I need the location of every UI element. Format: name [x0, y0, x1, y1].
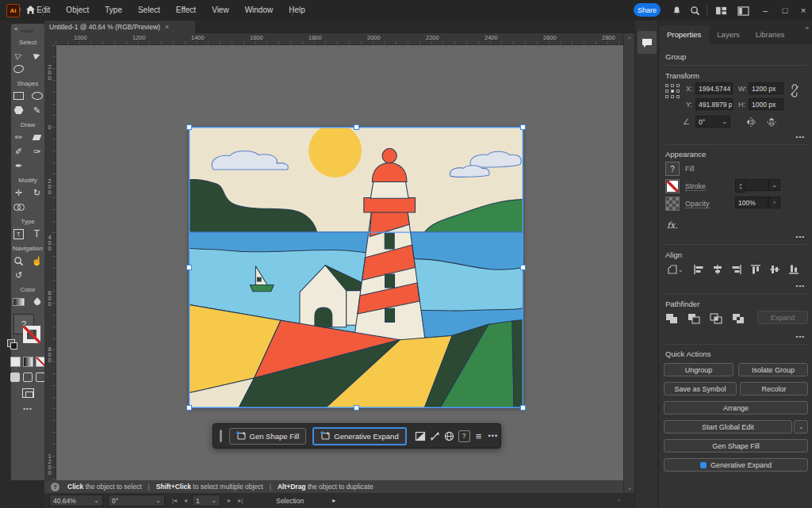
menu-window[interactable]: Window: [237, 0, 282, 21]
workspace-switcher-icon[interactable]: [714, 5, 727, 17]
gen-shape-fill-button[interactable]: Gen Shape Fill: [229, 428, 307, 445]
stroke-weight-input[interactable]: [745, 179, 768, 191]
stroke-color-swatch[interactable]: [665, 179, 680, 193]
stroke-swatch[interactable]: [23, 326, 40, 343]
h-input[interactable]: 1000 px: [749, 98, 783, 110]
selection-handle-ne[interactable]: [520, 124, 526, 130]
draw-normal-icon[interactable]: [10, 372, 20, 382]
fill-stroke-indicator[interactable]: ?: [13, 314, 43, 352]
taskbar-menu-icon[interactable]: ≡: [471, 429, 485, 444]
menu-object[interactable]: Object: [58, 0, 97, 21]
align-more-options[interactable]: •••: [796, 282, 805, 289]
gradient-swatch[interactable]: [23, 357, 33, 367]
stroke-weight-dropdown[interactable]: ⌄: [768, 179, 780, 191]
menu-effect[interactable]: Effect: [168, 0, 204, 21]
link-dimensions-icon[interactable]: [788, 84, 801, 97]
tab-libraries[interactable]: Libraries: [748, 25, 792, 44]
tab-properties[interactable]: Properties: [659, 25, 709, 44]
selection-handle-s[interactable]: [354, 405, 359, 411]
selection-handle-se[interactable]: [520, 405, 526, 411]
tools-drag-handle[interactable]: [21, 30, 33, 32]
align-horizontal-center-icon[interactable]: [711, 263, 724, 276]
menu-select[interactable]: Select: [130, 0, 168, 21]
effects-fx-button[interactable]: fx.: [667, 220, 678, 231]
flip-horizontal-icon[interactable]: [745, 116, 757, 128]
arrange-button[interactable]: Arrange: [664, 401, 808, 414]
eyedropper-tool-icon[interactable]: [31, 296, 43, 308]
pathfinder-exclude-icon[interactable]: [732, 312, 745, 325]
last-artboard-icon[interactable]: ▸|: [238, 497, 243, 504]
blob-brush-tool-icon[interactable]: ✑: [31, 146, 43, 158]
rotate-view-tool-icon[interactable]: ↺: [13, 269, 25, 281]
selection-handle-n[interactable]: [354, 124, 359, 130]
align-bottom-icon[interactable]: [787, 263, 800, 276]
color-swatch[interactable]: [10, 357, 21, 367]
free-transform-tool-icon[interactable]: ✛: [13, 187, 25, 199]
save-as-symbol-button[interactable]: Save as Symbol: [664, 382, 737, 395]
menu-view[interactable]: View: [204, 0, 237, 21]
lasso-tool-icon[interactable]: [13, 63, 25, 75]
hint-help-icon[interactable]: ?: [51, 483, 59, 491]
transform-icon[interactable]: [427, 429, 442, 444]
opacity-dropdown[interactable]: ›: [768, 197, 780, 208]
gradient-tool-icon[interactable]: [13, 296, 25, 308]
stroke-label[interactable]: Stroke: [685, 182, 706, 191]
touch-type-tool-icon[interactable]: T: [13, 228, 25, 240]
generative-expand-quick-button[interactable]: Generative Expand: [664, 458, 808, 472]
close-tab-icon[interactable]: ×: [165, 23, 169, 31]
flip-vertical-icon[interactable]: [765, 116, 778, 128]
isolate-group-button[interactable]: Isolate Group: [738, 363, 808, 376]
maximize-button[interactable]: □: [777, 3, 793, 17]
scroll-down-icon[interactable]: ⌄: [624, 484, 635, 491]
opacity-input[interactable]: 100%: [735, 197, 768, 208]
comments-button[interactable]: [638, 31, 657, 54]
hand-tool-icon[interactable]: ☝: [31, 255, 43, 267]
generative-expand-button[interactable]: Generative Expand: [312, 427, 406, 445]
draw-behind-icon[interactable]: [23, 372, 33, 382]
y-input[interactable]: 491.8979 p: [695, 98, 733, 110]
scroll-up-icon[interactable]: ^: [624, 35, 635, 42]
align-right-icon[interactable]: [730, 263, 743, 276]
type-tool-icon[interactable]: T: [31, 228, 43, 240]
vertical-ruler[interactable]: 200 0 200 400 600 800 1200: [44, 44, 56, 491]
shaper-tool-icon[interactable]: ✎: [31, 105, 43, 116]
share-button[interactable]: Share: [634, 3, 661, 17]
panel-layout-icon[interactable]: [737, 5, 749, 17]
zoom-tool-icon[interactable]: [13, 255, 25, 267]
selection-handle-sw[interactable]: [186, 405, 192, 411]
eraser-tool-icon[interactable]: [31, 132, 43, 143]
menu-type[interactable]: Type: [97, 0, 130, 21]
ellipse-tool-icon[interactable]: [31, 90, 43, 102]
rotate-tool-icon[interactable]: ↻: [31, 187, 43, 199]
selection-handle-e[interactable]: [520, 265, 526, 270]
ruler-origin-corner[interactable]: [44, 33, 56, 45]
search-icon[interactable]: [688, 5, 701, 17]
home-icon[interactable]: [25, 4, 37, 17]
opacity-icon[interactable]: [665, 197, 680, 211]
recolor-button[interactable]: Recolor: [740, 382, 808, 395]
artboard[interactable]: [189, 127, 523, 408]
menu-help[interactable]: Help: [281, 0, 313, 21]
transform-more-options[interactable]: •••: [796, 133, 805, 140]
rectangle-tool-icon[interactable]: [13, 90, 25, 102]
align-vertical-center-icon[interactable]: [768, 263, 781, 276]
collapse-panel-icon[interactable]: »: [806, 25, 809, 32]
mask-object-icon[interactable]: [413, 429, 427, 444]
fill-color-swatch[interactable]: ?: [665, 162, 680, 176]
align-left-icon[interactable]: [692, 263, 705, 276]
start-global-edit-dropdown[interactable]: ⌄: [794, 420, 808, 434]
close-window-button[interactable]: ×: [795, 3, 811, 17]
pathfinder-intersect-icon[interactable]: [710, 312, 722, 325]
artboard-tool-icon[interactable]: [22, 388, 34, 398]
opacity-label[interactable]: Opacity: [685, 200, 710, 208]
zoom-level-select[interactable]: 40.64% ⌄: [49, 495, 103, 506]
paintbrush-tool-icon[interactable]: ✐: [13, 146, 25, 158]
illustrator-logo[interactable]: Ai: [6, 4, 20, 17]
direct-selection-tool-icon[interactable]: ▷: [11, 47, 26, 62]
lighthouse-artwork[interactable]: [189, 127, 523, 408]
rotation-angle-select[interactable]: 0° ⌄: [695, 116, 730, 128]
help-icon[interactable]: ?: [457, 429, 471, 444]
selection-handle-nw[interactable]: [186, 124, 192, 130]
previous-artboard-icon[interactable]: ◂: [184, 497, 187, 504]
ungroup-button[interactable]: Ungroup: [664, 363, 733, 376]
